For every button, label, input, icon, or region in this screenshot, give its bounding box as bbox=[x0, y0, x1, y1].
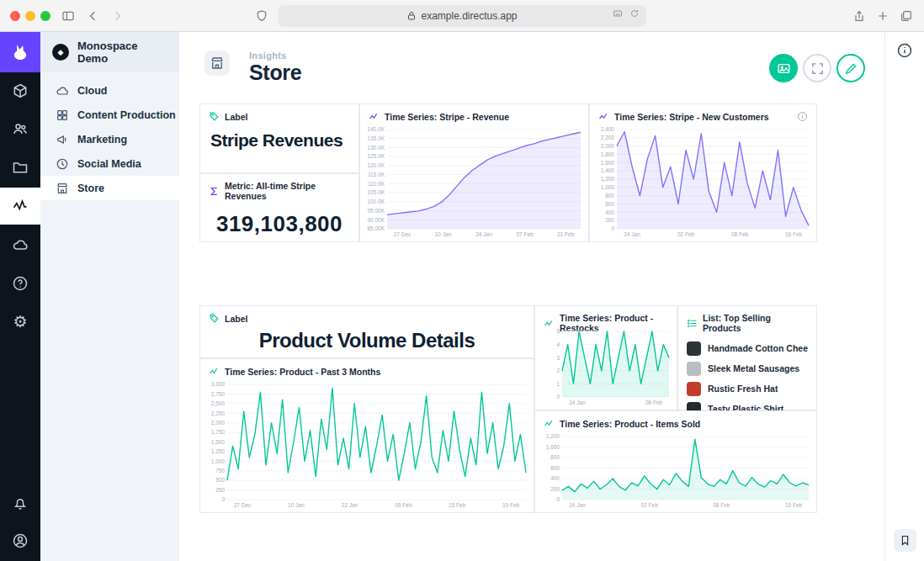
sidebar-item-marketing[interactable]: Marketing bbox=[40, 127, 179, 151]
account-button[interactable] bbox=[0, 522, 40, 559]
svg-text:10 Jan: 10 Jan bbox=[435, 231, 452, 237]
project-switcher[interactable]: ◆ Monospace Demo bbox=[40, 32, 179, 72]
module-content[interactable] bbox=[0, 72, 40, 109]
panel-ts-new-customers: Time Series: Stripe - New Customers 2,40… bbox=[589, 103, 817, 242]
product-thumbnail bbox=[687, 362, 701, 376]
sidebar-item-social-media[interactable]: Social Media bbox=[40, 151, 179, 176]
metric-value: 319,103,800 bbox=[200, 211, 358, 237]
time-series-icon bbox=[369, 111, 380, 122]
svg-text:200: 200 bbox=[605, 217, 614, 223]
sidebar-item-label: Store bbox=[77, 183, 104, 194]
zoom-window-button[interactable] bbox=[40, 11, 50, 21]
product-thumbnail bbox=[687, 341, 701, 356]
image-action-button[interactable] bbox=[769, 54, 798, 82]
module-users[interactable] bbox=[0, 110, 40, 147]
bell-icon bbox=[12, 495, 29, 511]
svg-text:0: 0 bbox=[221, 496, 225, 502]
label-icon bbox=[209, 111, 220, 122]
panel-ts-items-sold: Time Series: Product - Items Sold 1,2001… bbox=[534, 410, 817, 513]
page-title: Store bbox=[249, 61, 301, 85]
page-store-icon bbox=[204, 50, 230, 76]
bookmark-button[interactable] bbox=[894, 529, 916, 552]
svg-text:135.0K: 135.0K bbox=[367, 135, 385, 141]
close-window-button[interactable] bbox=[10, 11, 20, 21]
sidebar-item-content-production[interactable]: Content Production bbox=[40, 103, 179, 127]
cloud-icon bbox=[56, 84, 69, 98]
module-insights[interactable] bbox=[0, 188, 40, 225]
back-icon[interactable] bbox=[84, 7, 103, 25]
label-icon bbox=[209, 313, 220, 324]
notifications-button[interactable] bbox=[0, 484, 40, 521]
panel-header: Time Series: Stripe - Revenue bbox=[385, 112, 509, 122]
storefront-icon bbox=[210, 56, 225, 71]
svg-text:100.0K: 100.0K bbox=[367, 198, 385, 204]
sidebar-toggle-icon[interactable] bbox=[59, 7, 77, 25]
fullscreen-icon bbox=[810, 61, 825, 76]
svg-text:27 Dec: 27 Dec bbox=[394, 231, 412, 237]
list-icon bbox=[687, 318, 698, 329]
svg-text:1,000: 1,000 bbox=[211, 458, 226, 464]
svg-text:24 Jan: 24 Jan bbox=[569, 400, 586, 405]
fullscreen-button[interactable] bbox=[803, 54, 831, 82]
project-logo: ◆ bbox=[52, 44, 69, 61]
svg-text:2,750: 2,750 bbox=[211, 391, 226, 397]
sidebar-item-label: Marketing bbox=[77, 134, 127, 146]
svg-text:08 Feb: 08 Feb bbox=[731, 231, 749, 237]
share-icon[interactable] bbox=[850, 7, 868, 25]
module-files[interactable] bbox=[0, 149, 40, 186]
module-cloud[interactable] bbox=[0, 226, 40, 263]
time-series-icon bbox=[598, 111, 609, 122]
svg-text:05 Feb: 05 Feb bbox=[395, 502, 412, 508]
svg-text:10 Jan: 10 Jan bbox=[288, 502, 305, 508]
time-series-icon bbox=[544, 418, 555, 429]
svg-text:200: 200 bbox=[550, 486, 560, 492]
clock-icon bbox=[56, 157, 69, 171]
svg-text:27 Dec: 27 Dec bbox=[234, 502, 252, 508]
svg-text:07 Feb: 07 Feb bbox=[516, 231, 534, 237]
reload-icon[interactable] bbox=[629, 8, 640, 19]
svg-text:1,000: 1,000 bbox=[601, 184, 615, 190]
product-title: Sleek Metal Sausages bbox=[708, 363, 799, 373]
svg-text:24 Jan: 24 Jan bbox=[624, 231, 640, 237]
gear-icon: ⚙ bbox=[13, 314, 27, 330]
stripe-revenue-chart: 140.0K135.0K130.0K125.0K120.0K115.0K110.… bbox=[364, 126, 585, 238]
list-item[interactable]: Sleek Metal Sausages bbox=[687, 358, 808, 378]
list-item[interactable]: Handmade Cotton Cheese bbox=[687, 338, 808, 358]
module-settings[interactable]: ⚙ bbox=[0, 303, 40, 340]
url-bar[interactable]: example.directus.app bbox=[278, 5, 646, 27]
svg-text:0: 0 bbox=[556, 496, 560, 502]
sidebar-nav: Cloud Content Production Marketing Socia… bbox=[40, 78, 179, 200]
storefront-icon bbox=[56, 182, 69, 195]
minimize-window-button[interactable] bbox=[25, 11, 35, 21]
svg-text:19 Feb: 19 Feb bbox=[502, 502, 520, 508]
module-help[interactable] bbox=[0, 265, 40, 302]
shield-icon[interactable] bbox=[252, 7, 271, 25]
new-tab-icon[interactable] bbox=[874, 7, 892, 25]
forward-icon[interactable] bbox=[108, 7, 126, 25]
svg-text:1,250: 1,250 bbox=[211, 448, 226, 454]
svg-text:2,000: 2,000 bbox=[211, 420, 226, 426]
list-item[interactable]: Rustic Fresh Hat bbox=[687, 378, 808, 399]
panel-label-product: Label Product Volume Details bbox=[199, 305, 534, 358]
sidebar-item-cloud[interactable]: Cloud bbox=[40, 78, 179, 103]
keyboard-icon[interactable] bbox=[613, 8, 623, 19]
folder-icon bbox=[12, 159, 29, 176]
svg-text:2,500: 2,500 bbox=[211, 400, 226, 406]
screen: example.directus.app bbox=[0, 0, 924, 561]
edit-panels-button[interactable] bbox=[836, 54, 865, 82]
info-icon[interactable] bbox=[797, 111, 808, 122]
svg-text:3,000: 3,000 bbox=[211, 381, 226, 387]
svg-text:16 Feb: 16 Feb bbox=[785, 502, 803, 508]
product-title: Rustic Fresh Hat bbox=[708, 384, 778, 394]
label-text: Stripe Revenues bbox=[200, 125, 358, 156]
tab-overview-icon[interactable] bbox=[897, 7, 916, 25]
sidebar: ◆ Monospace Demo Cloud Content Productio… bbox=[40, 32, 179, 561]
directus-logo[interactable] bbox=[0, 32, 40, 72]
svg-text:130.0K: 130.0K bbox=[367, 145, 385, 151]
svg-text:2: 2 bbox=[556, 368, 560, 373]
panel-header: List: Top Selling Products bbox=[703, 313, 808, 333]
panel-ts-restocks: Time Series: Product - Restocks 54321024… bbox=[534, 305, 677, 410]
svg-text:2,400: 2,400 bbox=[601, 126, 615, 132]
info-sidebar-button[interactable] bbox=[895, 42, 914, 61]
sidebar-item-store[interactable]: Store bbox=[40, 176, 179, 200]
